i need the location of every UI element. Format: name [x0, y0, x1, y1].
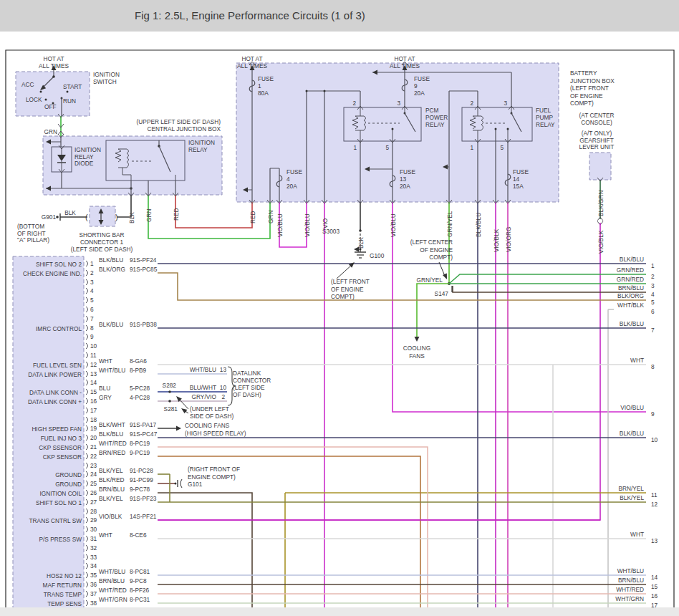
svg-text:1: 1 — [651, 262, 655, 269]
svg-text:17: 17 — [90, 407, 97, 414]
svg-text:RELAY: RELAY — [425, 121, 445, 128]
svg-text:IGNITION: IGNITION — [74, 146, 101, 153]
svg-text:GRN/RED: GRN/RED — [617, 266, 644, 274]
svg-text:20A: 20A — [286, 183, 297, 190]
svg-text:9: 9 — [651, 410, 655, 418]
svg-text:FUSE: FUSE — [258, 75, 274, 82]
svg-text:BLK/BLU: BLK/BLU — [99, 256, 123, 264]
svg-text:33: 33 — [90, 554, 97, 561]
svg-text:JUNCTION BOX: JUNCTION BOX — [570, 77, 615, 85]
svg-text:3: 3 — [651, 282, 655, 289]
svg-text:14S-PF21: 14S-PF21 — [130, 513, 157, 520]
svg-text:91S-PC85: 91S-PC85 — [130, 266, 158, 273]
svg-text:VIO/BLU: VIO/BLU — [276, 213, 284, 237]
svg-text:CONNECTOR: CONNECTOR — [233, 377, 271, 384]
svg-text:GRN/YEL: GRN/YEL — [446, 211, 453, 237]
svg-text:2: 2 — [90, 269, 94, 276]
svg-text:G101: G101 — [188, 481, 203, 488]
svg-text:91S-PF24: 91S-PF24 — [130, 256, 157, 264]
svg-text:8-PC81: 8-PC81 — [130, 568, 150, 575]
svg-text:BLK/BLU: BLK/BLU — [99, 321, 123, 328]
svg-text:24: 24 — [90, 471, 97, 478]
svg-text:COOLING FANS: COOLING FANS — [185, 422, 230, 429]
svg-text:4-PC28: 4-PC28 — [130, 394, 150, 401]
svg-text:OF ENGINE: OF ENGINE — [570, 92, 603, 100]
svg-text:(HIGH SPEED RELAY): (HIGH SPEED RELAY) — [185, 430, 246, 437]
svg-text:(AT CENTER: (AT CENTER — [579, 112, 614, 119]
svg-text:HIGH SPEED FAN: HIGH SPEED FAN — [32, 425, 82, 433]
svg-text:BLK/BLU: BLK/BLU — [99, 430, 123, 438]
svg-text:BLK/ORG: BLK/ORG — [99, 266, 125, 273]
svg-text:2: 2 — [651, 273, 655, 280]
svg-text:8-PF26: 8-PF26 — [130, 587, 150, 594]
svg-text:COMPT): COMPT) — [331, 293, 355, 300]
svg-text:DATALINK: DATALINK — [233, 370, 261, 377]
svg-text:91S-PB38: 91S-PB38 — [130, 321, 157, 328]
svg-text:20A: 20A — [400, 183, 410, 190]
svg-text:13: 13 — [651, 537, 658, 544]
svg-text:15A: 15A — [513, 183, 524, 190]
svg-text:OF DASH): OF DASH) — [233, 391, 261, 398]
svg-text:BLK/BLU: BLK/BLU — [620, 320, 644, 327]
svg-text:CONNECTOR 1: CONNECTOR 1 — [80, 239, 124, 246]
svg-text:37: 37 — [90, 590, 97, 597]
svg-text:8-PC19: 8-PC19 — [130, 440, 150, 447]
svg-text:(RIGHT FRONT OF: (RIGHT FRONT OF — [188, 466, 240, 473]
svg-text:OF ENGINE: OF ENGINE — [331, 286, 364, 293]
svg-text:91S-PF23: 91S-PF23 — [130, 495, 157, 502]
svg-text:GRN/YEL: GRN/YEL — [417, 276, 443, 284]
svg-text:BLU/WHT: BLU/WHT — [190, 384, 216, 391]
svg-text:35: 35 — [90, 572, 97, 579]
svg-text:21: 21 — [90, 443, 97, 451]
svg-text:FUSE: FUSE — [414, 75, 430, 82]
svg-text:7: 7 — [651, 327, 655, 334]
svg-text:9-PC78: 9-PC78 — [130, 486, 150, 493]
app-window: Fig 1: 2.5L, Engine Performance Circuits… — [0, 0, 679, 616]
svg-text:(: ( — [85, 213, 88, 221]
svg-text:HOT AT: HOT AT — [43, 55, 64, 62]
svg-text:WHT/BLU: WHT/BLU — [617, 567, 644, 574]
svg-text:WHT/BLU: WHT/BLU — [99, 367, 125, 374]
svg-text:WHT: WHT — [99, 357, 112, 365]
svg-text:SHORTING BAR: SHORTING BAR — [79, 231, 124, 239]
svg-text:10: 10 — [651, 436, 658, 443]
svg-text:FUSE: FUSE — [513, 168, 529, 175]
svg-text:34: 34 — [90, 562, 97, 569]
svg-text:(BOTTOM: (BOTTOM — [17, 223, 44, 230]
svg-text:(LEFT CENTER: (LEFT CENTER — [410, 239, 453, 246]
svg-text:1: 1 — [90, 260, 94, 267]
svg-text:P/S PRESS SW: P/S PRESS SW — [39, 536, 82, 543]
wiring-diagram: ()1BLK/BLU91S-PF242BLK/ORG91S-PC85345678… — [0, 0, 679, 616]
svg-text:SHIFT SOL NO 1: SHIFT SOL NO 1 — [36, 499, 82, 506]
svg-text:GRN: GRN — [145, 209, 153, 222]
svg-text:ALL TIMES: ALL TIMES — [390, 62, 420, 69]
svg-text:IGNITION: IGNITION — [93, 71, 120, 78]
svg-text:G100: G100 — [370, 252, 385, 259]
svg-text:RUN: RUN — [63, 97, 76, 105]
svg-text:BLK/BLU: BLK/BLU — [620, 430, 644, 437]
svg-text:CENTRAL JUNCTION BOX: CENTRAL JUNCTION BOX — [148, 125, 221, 133]
svg-text:8-PB9: 8-PB9 — [130, 367, 146, 374]
svg-text:SIDE OF DASH): SIDE OF DASH) — [190, 413, 234, 420]
svg-text:BRN/BLU: BRN/BLU — [99, 577, 125, 584]
svg-text:4: 4 — [651, 291, 655, 298]
svg-text:GRN: GRN — [44, 128, 57, 135]
svg-text:80A: 80A — [258, 90, 269, 97]
svg-text:11: 11 — [651, 491, 658, 499]
svg-text:BLK/BLU: BLK/BLU — [620, 256, 644, 263]
svg-text:IGNITION: IGNITION — [188, 139, 215, 146]
svg-text:13: 13 — [220, 366, 227, 373]
svg-text:VIO/BLU: VIO/BLU — [304, 213, 311, 237]
svg-text:31: 31 — [90, 535, 97, 542]
svg-text:BLK: BLK — [64, 209, 76, 216]
svg-text:15: 15 — [90, 388, 97, 395]
svg-text:FANS: FANS — [409, 352, 425, 360]
svg-text:4: 4 — [90, 287, 94, 294]
svg-text:VIO/BLU: VIO/BLU — [390, 213, 397, 237]
svg-text:1: 1 — [470, 144, 473, 151]
svg-text:WHT/BLU: WHT/BLU — [190, 366, 216, 373]
svg-text:FUEL: FUEL — [536, 107, 552, 114]
svg-text:ACC: ACC — [21, 81, 34, 88]
svg-text:BRN/YEL: BRN/YEL — [618, 485, 644, 492]
svg-text:19: 19 — [90, 425, 97, 432]
